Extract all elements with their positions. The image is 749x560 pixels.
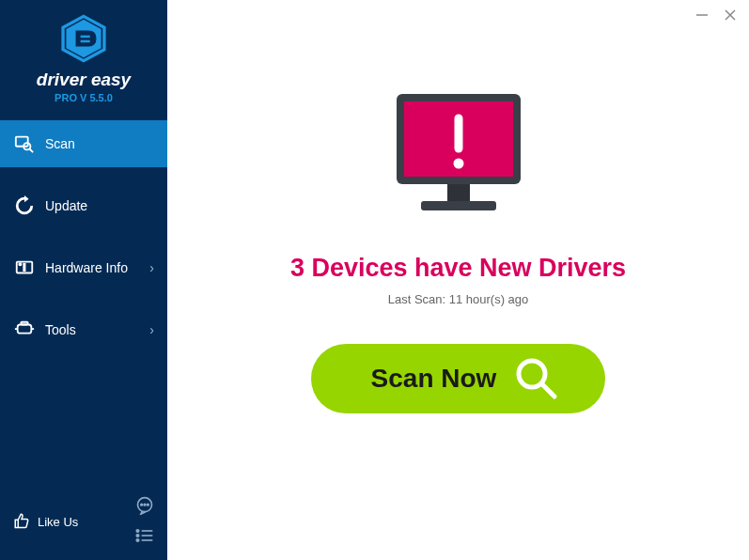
minimize-button[interactable] — [694, 8, 710, 23]
feedback-icon[interactable] — [135, 496, 154, 519]
svg-rect-6 — [81, 40, 90, 43]
sidebar-item-label: Scan — [45, 136, 75, 151]
svg-line-34 — [542, 384, 554, 397]
search-icon — [513, 355, 558, 403]
like-us-label: Like Us — [38, 515, 78, 529]
status-headline: 3 Devices have New Drivers — [290, 254, 626, 283]
tools-icon — [13, 319, 36, 340]
svg-point-20 — [148, 504, 149, 506]
sidebar-item-label: Update — [45, 198, 87, 213]
svg-rect-5 — [81, 36, 90, 39]
sidebar-item-label: Hardware Info — [45, 260, 128, 275]
sidebar-nav: Scan Update i — [0, 120, 167, 368]
chevron-right-icon: › — [149, 322, 154, 337]
svg-rect-13 — [18, 325, 32, 334]
sidebar-item-scan[interactable]: Scan — [0, 120, 167, 167]
svg-rect-16 — [21, 322, 27, 325]
thumbs-up-icon — [13, 512, 30, 532]
svg-point-21 — [136, 530, 139, 533]
main-content: 3 Devices have New Drivers Last Scan: 11… — [167, 0, 749, 560]
scan-icon — [13, 133, 36, 154]
brand-logo-area: driver easy PRO V 5.5.0 — [0, 0, 167, 107]
sidebar-item-tools[interactable]: Tools › — [0, 306, 167, 353]
svg-rect-7 — [16, 137, 28, 147]
svg-point-25 — [136, 539, 139, 542]
brand-name: driver easy — [0, 70, 167, 90]
scan-button-label: Scan Now — [371, 364, 497, 394]
menu-list-icon[interactable] — [135, 528, 154, 547]
sidebar-item-label: Tools — [45, 322, 76, 337]
svg-point-18 — [141, 504, 143, 506]
svg-point-32 — [453, 159, 463, 169]
sidebar-item-hardware-info[interactable]: i Hardware Info › — [0, 244, 167, 291]
svg-rect-30 — [421, 201, 496, 210]
svg-point-11 — [19, 263, 21, 265]
update-icon — [13, 195, 36, 216]
like-us-button[interactable]: Like Us — [13, 512, 78, 532]
svg-point-23 — [136, 535, 139, 537]
alert-monitor-illustration — [383, 86, 534, 231]
svg-text:i: i — [23, 264, 25, 272]
sidebar: driver easy PRO V 5.5.0 Scan — [0, 0, 167, 560]
app-logo-icon — [58, 51, 109, 67]
version-label: PRO V 5.5.0 — [0, 92, 167, 103]
hardware-info-icon: i — [13, 257, 36, 278]
close-button[interactable] — [723, 8, 738, 23]
svg-rect-29 — [447, 184, 470, 201]
last-scan-text: Last Scan: 11 hour(s) ago — [388, 292, 529, 306]
sidebar-item-update[interactable]: Update — [0, 182, 167, 229]
svg-line-9 — [30, 149, 34, 153]
svg-point-19 — [144, 504, 146, 506]
scan-now-button[interactable]: Scan Now — [311, 344, 606, 413]
chevron-right-icon: › — [149, 260, 154, 275]
